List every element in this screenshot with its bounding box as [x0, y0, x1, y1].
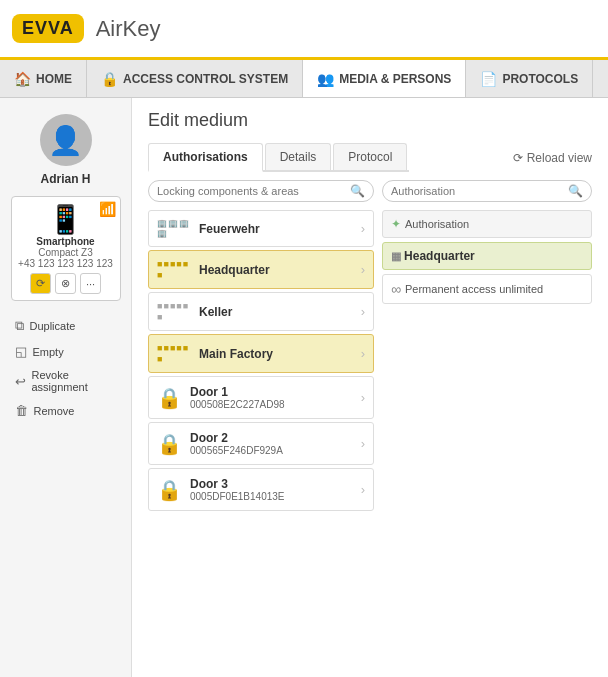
tab-protocol[interactable]: Protocol [333, 143, 407, 170]
access-label: Permanent access unlimited [405, 283, 543, 295]
right-search-input[interactable] [391, 185, 568, 197]
reload-label: Reload view [527, 151, 592, 165]
list-item[interactable]: 🏢🏢 🏢🏢 Feuerwehr › [148, 210, 374, 247]
auth-header-label: Authorisation [405, 218, 469, 230]
reload-button[interactable]: ⟳ Reload view [513, 151, 592, 165]
tab-bar: Authorisations Details Protocol [148, 143, 409, 172]
empty-icon: ◱ [15, 344, 27, 359]
group-icon: ▦ [391, 250, 404, 262]
revoke-icon: ↩ [15, 374, 26, 389]
auth-header-icon: ✦ [391, 217, 401, 231]
left-search[interactable]: 🔍 [148, 180, 374, 202]
list-item[interactable]: ■■ ■■ ■■ Keller › [148, 292, 374, 331]
revoke-menu-item[interactable]: ↩ Revoke assignment [11, 364, 121, 398]
chevron-right-icon: › [361, 221, 365, 236]
persons-icon: 👥 [317, 71, 334, 87]
list-item[interactable]: 🔒 Door 3 0005DF0E1B14013E › [148, 468, 374, 511]
left-list: 🏢🏢 🏢🏢 Feuerwehr › ■■ ■■ ■■ Head [148, 210, 374, 645]
door3-sublabel: 0005DF0E1B14013E [190, 491, 285, 502]
chevron-right-icon: › [361, 262, 365, 277]
protocols-icon: 📄 [480, 71, 497, 87]
user-name: Adrian H [40, 172, 90, 186]
duplicate-label: Duplicate [30, 320, 76, 332]
tab-authorisations[interactable]: Authorisations [148, 143, 263, 172]
chevron-right-icon: › [361, 304, 365, 319]
remove-label: Remove [34, 405, 75, 417]
list-item[interactable]: ■■ ■■ ■■ Main Factory › [148, 334, 374, 373]
nav-access[interactable]: 🔒 ACCESS CONTROL SYSTEM [87, 60, 303, 97]
door1-lock-icon: 🔒 [157, 386, 182, 410]
left-panel: 🔍 🏢🏢 🏢🏢 Feuerwehr › [148, 180, 374, 645]
panels: 🔍 🏢🏢 🏢🏢 Feuerwehr › [148, 180, 592, 645]
logo: EVVA [12, 14, 84, 43]
nav-media[interactable]: 👥 MEDIA & PERSONS [303, 60, 466, 97]
door2-sublabel: 000565F246DF929A [190, 445, 283, 456]
nav-protocols[interactable]: 📄 PROTOCOLS [466, 60, 593, 97]
content-area: Edit medium Authorisations Details Proto… [132, 98, 608, 677]
revoke-label: Revoke assignment [32, 369, 117, 393]
sidebar-menu: ⧉ Duplicate ◱ Empty ↩ Revoke assignment … [11, 313, 121, 423]
chevron-right-icon: › [361, 390, 365, 405]
header: EVVA AirKey [0, 0, 608, 60]
list-item[interactable]: 🔒 Door 1 000508E2C227AD98 › [148, 376, 374, 419]
smartphone-icon: 📱 [48, 203, 83, 236]
right-search[interactable]: 🔍 [382, 180, 592, 202]
duplicate-menu-item[interactable]: ⧉ Duplicate [11, 313, 121, 339]
device-card: 📶 📱 Smartphone Compact Z3 +43 123 123 12… [11, 196, 121, 301]
lock-icon: 🔒 [101, 71, 118, 87]
door2-lock-icon: 🔒 [157, 432, 182, 456]
wifi-icon: 📶 [99, 201, 116, 217]
right-panel: 🔍 ✦ Authorisation ▦ Headquarter ∞ Perman… [382, 180, 592, 645]
keller-label: Keller [199, 305, 232, 319]
door3-lock-icon: 🔒 [157, 478, 182, 502]
device-number: +43 123 123 123 123 [18, 258, 113, 269]
logo-text: EVVA [22, 18, 74, 39]
left-search-input[interactable] [157, 185, 350, 197]
action-more-btn[interactable]: ··· [80, 273, 101, 294]
door1-label: Door 1 [190, 385, 285, 399]
action-refresh-btn[interactable]: ⟳ [30, 273, 51, 294]
auth-header: ✦ Authorisation [382, 210, 592, 238]
left-search-icon: 🔍 [350, 184, 365, 198]
home-icon: 🏠 [14, 71, 31, 87]
door3-info: Door 3 0005DF0E1B14013E [190, 477, 285, 502]
avatar-icon: 👤 [48, 124, 83, 157]
duplicate-icon: ⧉ [15, 318, 24, 334]
mainfactory-label: Main Factory [199, 347, 273, 361]
group-icon-feuerwehr: 🏢🏢 🏢🏢 [157, 219, 191, 238]
infinite-icon: ∞ [391, 281, 401, 297]
nav-protocols-label: PROTOCOLS [502, 72, 578, 86]
nav-media-label: MEDIA & PERSONS [339, 72, 451, 86]
sidebar: 👤 Adrian H 📶 📱 Smartphone Compact Z3 +43… [0, 98, 132, 677]
group-icon-hq: ■■ ■■ ■■ [157, 259, 191, 280]
device-model: Compact Z3 [38, 247, 92, 258]
auth-selected-group[interactable]: ▦ Headquarter [382, 242, 592, 270]
nav-bar: 🏠 HOME 🔒 ACCESS CONTROL SYSTEM 👥 MEDIA &… [0, 60, 608, 98]
headquarter-label: Headquarter [199, 263, 270, 277]
list-item[interactable]: ■■ ■■ ■■ Headquarter › [148, 250, 374, 289]
avatar: 👤 [40, 114, 92, 166]
door1-sublabel: 000508E2C227AD98 [190, 399, 285, 410]
door2-info: Door 2 000565F246DF929A [190, 431, 283, 456]
reload-icon: ⟳ [513, 151, 523, 165]
door1-info: Door 1 000508E2C227AD98 [190, 385, 285, 410]
remove-icon: 🗑 [15, 403, 28, 418]
feuerwehr-label: Feuerwehr [199, 222, 260, 236]
auth-group-label: Headquarter [404, 249, 475, 263]
nav-home-label: HOME [36, 72, 72, 86]
action-delete-btn[interactable]: ⊗ [55, 273, 76, 294]
right-search-icon: 🔍 [568, 184, 583, 198]
remove-menu-item[interactable]: 🗑 Remove [11, 398, 121, 423]
nav-access-label: ACCESS CONTROL SYSTEM [123, 72, 288, 86]
empty-menu-item[interactable]: ◱ Empty [11, 339, 121, 364]
app-title: AirKey [96, 16, 161, 42]
nav-home[interactable]: 🏠 HOME [0, 60, 87, 97]
chevron-right-icon: › [361, 482, 365, 497]
door2-label: Door 2 [190, 431, 283, 445]
tab-details[interactable]: Details [265, 143, 332, 170]
chevron-right-icon: › [361, 436, 365, 451]
auth-detail: ∞ Permanent access unlimited [382, 274, 592, 304]
device-actions: ⟳ ⊗ ··· [30, 273, 101, 294]
group-icon-mainfactory: ■■ ■■ ■■ [157, 343, 191, 364]
list-item[interactable]: 🔒 Door 2 000565F246DF929A › [148, 422, 374, 465]
